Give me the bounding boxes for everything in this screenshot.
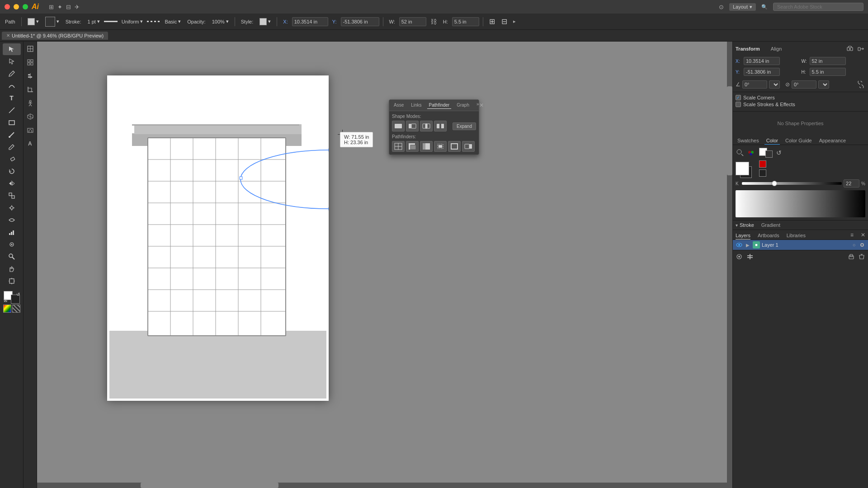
eraser-tool[interactable] [3,153,21,165]
refresh-icon[interactable]: ↺ [774,148,783,157]
shape-minus-front-button[interactable] [406,121,419,131]
h-input[interactable] [810,68,846,76]
pathfinder-close-icon[interactable]: ✕ [479,102,484,108]
cmyk-icon[interactable] [736,148,745,157]
layout-button[interactable]: Layout ▾ [729,3,756,11]
stroke-dropdown-icon[interactable]: ▾ [57,19,59,24]
angle2-select[interactable]: ▾ [818,80,829,89]
search-stock-input[interactable] [773,3,863,11]
coord-x-input[interactable] [292,17,328,26]
scale-strokes-checkbox[interactable] [736,102,741,107]
layers-menu-icon[interactable]: ≡ [850,232,854,239]
opacity-value-item[interactable]: 100% ▾ [210,18,231,25]
mirror-tool[interactable] [3,178,21,189]
w-input[interactable] [810,57,846,65]
document-tab[interactable]: ✕ Untitled-1* @ 9.46% (RGB/GPU Preview) [2,32,108,40]
maximize-button[interactable] [23,4,28,9]
style-color-box[interactable]: ▾ [257,17,273,26]
pattern-icon[interactable] [25,57,36,68]
height-input[interactable] [452,17,479,26]
x-input[interactable] [744,57,780,65]
tab-artboards[interactable]: Artboards [758,232,779,239]
k-thumb[interactable] [772,181,777,186]
rotate-tool[interactable] [3,165,21,177]
pencil-tool[interactable] [3,141,21,153]
y-input[interactable] [744,68,780,76]
color-gradient-bar[interactable] [736,190,865,217]
fill-stroke-mini[interactable] [759,148,773,158]
pathfinder-crop-button[interactable] [434,141,447,152]
brush-icon[interactable]: ✦ [57,4,62,10]
pathfinder-trim-button[interactable] [406,141,419,152]
char-style-icon[interactable]: A [25,138,36,149]
k-value-input[interactable] [844,179,859,188]
shape-intersect-button[interactable] [420,121,433,131]
pathfinder-divide-button[interactable] [392,141,405,152]
tab-close-icon[interactable]: ✕ [6,33,10,38]
image-trace-icon[interactable] [25,125,36,136]
canvas-area[interactable]: W: 71.55 in H: 23.36 in [37,42,732,488]
curvature-tool[interactable] [3,80,21,92]
stroke-weight-dropdown[interactable]: ▾ [97,19,100,24]
shape-unite-button[interactable] [392,121,405,131]
h-scroll-thumb[interactable] [141,483,278,488]
vertical-scrollbar[interactable] [727,42,732,488]
hand-tool[interactable] [3,263,21,275]
tab-graph[interactable]: Graph [455,102,471,109]
stroke-label[interactable]: Stroke [740,222,754,228]
gradient-label[interactable]: Gradient [761,222,780,228]
artboard-tool[interactable] [3,275,21,287]
fill-dropdown-icon[interactable]: ▾ [36,19,39,24]
stroke-indicator[interactable]: ▾ [43,16,61,28]
tab-links[interactable]: Links [409,102,423,109]
zoom-tool[interactable] [3,251,21,263]
shape-exclude-button[interactable] [434,121,447,131]
transform-panel-icon[interactable] [25,43,36,54]
fill-color[interactable]: ▾ [25,17,41,26]
layer-expand-icon[interactable]: ▶ [745,242,751,248]
pathfinder-merge-button[interactable] [420,141,433,152]
opacity-dropdown[interactable]: ▾ [226,19,229,24]
direct-select-tool[interactable] [3,56,21,67]
angle1-input[interactable] [742,80,767,89]
tab-pathfinder[interactable]: Pathfinder [427,102,452,109]
tab-assets[interactable]: Asse [392,102,406,109]
pathfinder-minus-back-button[interactable] [462,141,475,152]
angle2-input[interactable] [792,80,816,89]
perspective-icon[interactable]: ⊟ [499,16,509,27]
tab-swatches[interactable]: Swatches [736,137,761,145]
paintbrush-tool[interactable] [3,129,21,141]
pattern-button[interactable] [12,305,20,313]
puppet-icon[interactable] [25,98,36,108]
more-arrow[interactable]: ▸ [513,19,516,24]
close-button[interactable] [5,4,10,9]
3d-icon[interactable] [25,111,36,122]
tab-color-guide[interactable]: Color Guide [783,137,814,145]
magic-icon[interactable]: ✈ [75,4,80,10]
line-tool[interactable] [3,104,21,116]
symbol-tool[interactable] [3,239,21,250]
transform-link-icon[interactable] [856,80,865,89]
stroke-style-item[interactable]: Basic ▾ [162,18,183,25]
transform-options-icon[interactable] [856,44,865,53]
red-swatch[interactable] [759,160,766,168]
delete-layer-button[interactable] [857,252,866,261]
tab-layers[interactable]: Layers [736,232,750,239]
document-icon[interactable]: ⊞ [49,4,54,10]
stroke-style-dropdown[interactable]: ▾ [178,19,181,24]
horizontal-scrollbar[interactable] [37,483,727,488]
coord-y-input[interactable] [341,17,379,26]
minimize-button[interactable] [14,4,19,9]
rectangle-tool[interactable] [3,117,21,128]
chain-icon[interactable]: ⛓ [428,17,439,26]
transform-icon[interactable]: ⊞ [487,16,497,27]
k-slider[interactable] [742,182,842,185]
stroke-type-box[interactable] [45,17,55,27]
add-layer-button[interactable] [745,252,755,261]
fill-color-box[interactable] [28,18,35,25]
gradient-button[interactable] [3,305,11,313]
tab-color[interactable]: Color [764,137,780,145]
layer-lock-icon[interactable]: ○ [851,242,857,248]
profile-icon[interactable]: ⊙ [719,4,724,10]
width-input[interactable] [399,17,426,26]
